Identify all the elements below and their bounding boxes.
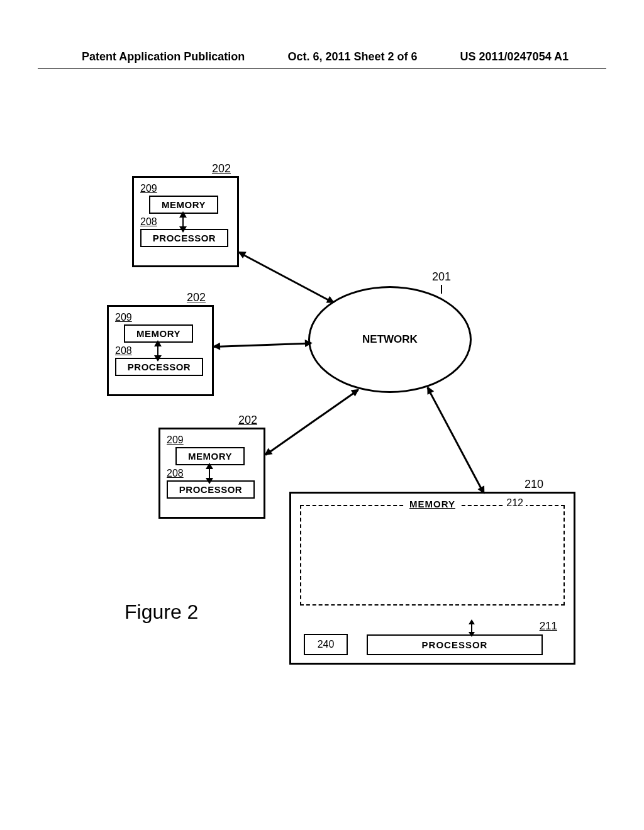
connector-1 [238, 252, 333, 303]
connector-3 [265, 389, 358, 455]
server-memory-box: MEMORY 212 [300, 505, 565, 606]
double-arrow-2 [157, 343, 159, 359]
figure-caption: Figure 2 [125, 600, 198, 624]
ref-memory-2: 209 [115, 312, 208, 323]
box-240: 240 [304, 634, 348, 655]
ref-memory-3: 209 [167, 434, 260, 446]
double-arrow-1 [182, 214, 184, 230]
server-double-arrow [470, 621, 473, 635]
ref-client-1: 202 [212, 162, 231, 175]
ref-processor-3: 208 [167, 468, 260, 479]
ref-server-processor: 211 [540, 620, 557, 633]
header-left: Patent Application Publication [82, 50, 245, 64]
ref-client-3: 202 [238, 414, 257, 427]
connector-4 [427, 387, 484, 494]
ref-processor-2: 208 [115, 345, 208, 357]
client-box-1: 202 209 MEMORY 208 PROCESSOR [132, 176, 239, 267]
ref-server-memory: 212 [504, 497, 526, 509]
server-box: 210 MEMORY 212 211 240 PROCESSOR [289, 492, 575, 665]
server-memory-label: MEMORY [404, 499, 460, 509]
client-box-2: 202 209 MEMORY 208 PROCESSOR [107, 305, 214, 396]
page-header: Patent Application Publication Oct. 6, 2… [0, 50, 644, 64]
ref-network: 201 [432, 270, 451, 294]
figure-diagram: 202 209 MEMORY 208 PROCESSOR 202 209 MEM… [107, 163, 579, 679]
header-right: US 2011/0247054 A1 [460, 50, 569, 64]
ref-processor-1: 208 [140, 216, 233, 228]
client-box-3: 202 209 MEMORY 208 PROCESSOR [158, 428, 265, 519]
double-arrow-3 [208, 465, 211, 482]
connector-2 [214, 343, 311, 348]
header-center: Oct. 6, 2011 Sheet 2 of 6 [287, 50, 417, 64]
network-label: NETWORK [362, 333, 418, 346]
ref-memory-1: 209 [140, 183, 233, 194]
server-processor-box: PROCESSOR [367, 634, 543, 655]
ref-client-2: 202 [187, 291, 206, 304]
ref-server: 210 [525, 478, 543, 491]
